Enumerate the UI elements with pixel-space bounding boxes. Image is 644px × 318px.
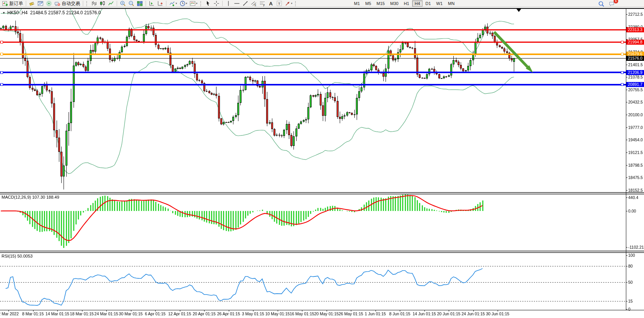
auto-trading-icon: [54, 0, 60, 7]
text-letter: A: [269, 1, 273, 7]
arrows-menu-button[interactable]: ▾: [284, 0, 293, 7]
time-axis-tickmark: [376, 310, 376, 311]
candlestick-mode-button[interactable]: [99, 0, 106, 7]
tab-timeframe-M5[interactable]: M5: [363, 0, 373, 7]
zoom-out-button[interactable]: [127, 0, 135, 7]
toolbar-separator: [117, 1, 117, 6]
time-tick-label: 26 Apr 01:15: [217, 311, 240, 316]
channel-tool-button[interactable]: E: [250, 0, 258, 7]
vertical-line-tool-button[interactable]: [225, 0, 232, 7]
label-tool-button[interactable]: T: [275, 0, 283, 7]
price-tick-label: 18798.5: [628, 163, 643, 167]
toolbar-separator: [146, 1, 146, 6]
tab-timeframe-W1[interactable]: W1: [434, 0, 445, 7]
time-axis-tickmark: [106, 310, 107, 311]
crosshair-icon: [213, 0, 220, 7]
trend-arrow-line[interactable]: [494, 32, 529, 69]
timeframe-group: M1M5M15M30H1H4D1W1MN: [351, 0, 457, 7]
price-tick-label: 19777.0: [628, 125, 643, 130]
time-tick-label: 14 Jun 01:15: [413, 311, 436, 316]
time-axis-tickmark: [351, 310, 351, 311]
bar-chart-mode-button[interactable]: [90, 0, 98, 7]
horizontal-line-tool-button[interactable]: [233, 0, 241, 7]
tab-timeframe-D1[interactable]: D1: [423, 0, 433, 7]
text-tool-button[interactable]: A: [267, 0, 275, 7]
time-axis-tickmark: [400, 310, 400, 311]
toolbar-grip[interactable]: [200, 1, 202, 6]
crosshair-tool-button[interactable]: [213, 0, 220, 7]
rsi-tick-label: 0: [628, 307, 631, 311]
fibonacci-tool-button[interactable]: F: [258, 0, 266, 7]
eraser-icon: [29, 0, 35, 7]
time-tick-label: 3 May 01:15: [242, 311, 264, 316]
template-icon: [190, 0, 196, 7]
zoom-in-button[interactable]: [119, 0, 127, 7]
signals-button[interactable]: [45, 0, 53, 7]
trend-arrow[interactable]: [489, 27, 539, 77]
pane-separator[interactable]: [0, 192, 644, 193]
periods-menu-button[interactable]: ▾: [179, 0, 188, 7]
tab-timeframe-M30[interactable]: M30: [388, 0, 401, 7]
tab-timeframe-M15[interactable]: M15: [374, 0, 387, 7]
arrow-objects-icon: [285, 0, 291, 7]
tab-timeframe-M1[interactable]: M1: [352, 0, 362, 7]
search-icon: [598, 1, 604, 7]
text-icon: A: [268, 0, 274, 7]
erase-objects-button[interactable]: [28, 0, 36, 7]
auto-scroll-button[interactable]: [148, 0, 156, 7]
tab-timeframe-H1[interactable]: H1: [401, 0, 411, 7]
time-tick-label: 12 Apr 01:15: [168, 311, 191, 316]
toolbar-separator: [166, 1, 166, 6]
search-button[interactable]: [597, 0, 605, 7]
fibo-letter: F: [263, 4, 265, 7]
time-axis-tickmark: [302, 310, 302, 311]
cursor-tool-button[interactable]: [204, 0, 212, 7]
auto-trading-button[interactable]: 自动交易: [54, 0, 81, 7]
toolbar-grip[interactable]: [295, 1, 297, 6]
price-tick-label: 19121.5: [628, 150, 643, 155]
price-tick-label: 21724.8: [628, 50, 643, 54]
notifications-button[interactable]: 1: [608, 0, 616, 7]
auto-trading-label: 自动交易: [62, 0, 80, 7]
label-letter: T: [278, 2, 280, 6]
macd-pane-canvas[interactable]: [0, 194, 626, 251]
tab-timeframe-H4[interactable]: H4: [412, 0, 422, 7]
price-tick-label: 21078.5: [628, 75, 643, 79]
pane-separator[interactable]: [0, 251, 644, 251]
price-axis-border: [626, 9, 626, 310]
time-axis-tickmark: [327, 310, 327, 311]
channel-letter: E: [255, 4, 257, 7]
tab-timeframe-MN[interactable]: MN: [446, 0, 457, 7]
chart-ohlc-values: 21484.5 21587.5 21234.0 21576.0: [30, 10, 101, 15]
indicators-menu-button[interactable]: ▾: [168, 0, 178, 7]
chart-shift-marker-icon: [517, 9, 521, 12]
time-tick-label: 24 Mar 01:15: [94, 311, 118, 316]
time-axis-tickmark: [8, 310, 9, 311]
chart-window-icon: [37, 0, 44, 7]
time-tick-label: 6 Apr 01:15: [145, 311, 166, 316]
time-tick-label: 16 May 01:15: [290, 311, 314, 316]
price-tick-label: 22712.5: [628, 12, 643, 17]
chart-shift-icon: [157, 0, 163, 7]
new-order-button[interactable]: 新订单: [1, 0, 24, 7]
toolbar-grip[interactable]: [86, 1, 88, 6]
pane-separator[interactable]: [0, 194, 644, 194]
templates-menu-button[interactable]: ▾: [189, 0, 198, 7]
pane-separator[interactable]: [0, 252, 644, 253]
chevron-down-icon: ▾: [196, 2, 198, 5]
time-tick-label: 8 Jun 01:15: [389, 311, 411, 316]
macd-tick-label: 0.00: [628, 209, 636, 213]
chart-shift-button[interactable]: [156, 0, 164, 7]
rsi-pane-canvas[interactable]: [0, 253, 626, 310]
time-axis-tickmark: [424, 310, 425, 311]
collapse-arrow-icon[interactable]: ▼: [2, 11, 5, 15]
tile-windows-button[interactable]: [136, 0, 144, 7]
auto-scroll-icon: [149, 0, 155, 7]
new-chart-button[interactable]: [37, 0, 44, 7]
time-tick-label: 20 Jun 01:15: [437, 311, 461, 316]
line-chart-mode-button[interactable]: [107, 0, 115, 7]
time-tick-label: 20 Apr 01:15: [193, 311, 216, 316]
trendline-tool-button[interactable]: [242, 0, 249, 7]
time-axis-tickmark: [278, 310, 278, 311]
time-tick-label: 1 Jun 01:15: [365, 311, 386, 316]
